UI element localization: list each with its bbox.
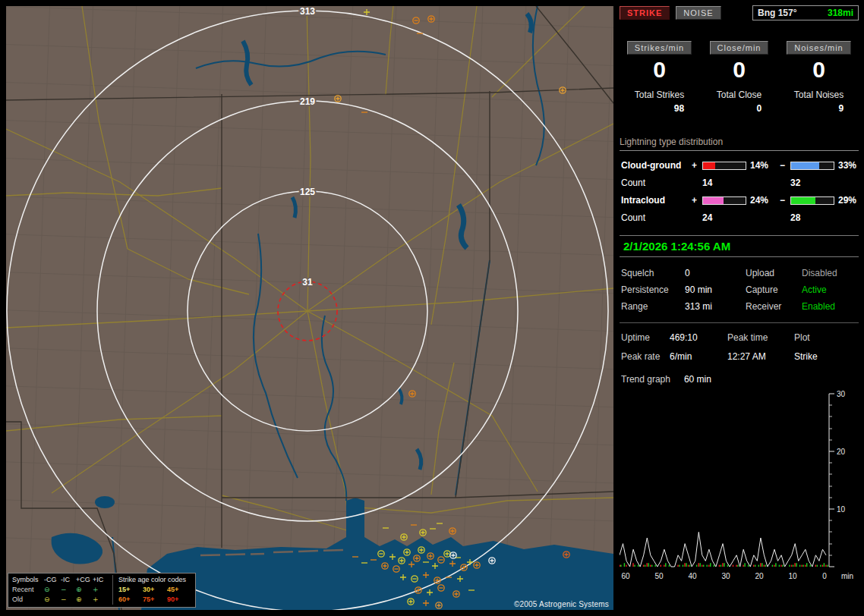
settings-section: Squelch 0 Upload Disabled Persistence 90… — [621, 268, 859, 312]
peak-time-value: 12:27 AM — [727, 351, 794, 362]
map-canvas: 313 219 125 31 — [6, 6, 613, 610]
legend-col-neg-cg: -CG — [44, 575, 61, 585]
circle-minus-icon: ⊖ — [44, 595, 61, 605]
peak-rate-label: Peak rate — [621, 351, 670, 362]
trend-graph-label: Trend graph — [621, 374, 670, 385]
section-divider — [620, 322, 859, 323]
control-panel: STRIKE NOISE Bng 157° 318mi Strikes/min … — [620, 5, 859, 613]
total-strikes-value: 98 — [674, 103, 684, 114]
age-code-30: 30+ — [143, 585, 167, 595]
xtick-0: 0 — [822, 572, 827, 580]
circle-plus-icon: ⊕ — [76, 585, 93, 595]
legend-age-header: Strike age color codes — [118, 575, 191, 585]
cg-positive-bar — [702, 162, 746, 170]
minus-sign: − — [780, 195, 790, 206]
cg-negative-count: 32 — [790, 178, 834, 188]
legend-col-pos-cg: +CG — [76, 575, 93, 585]
cg-negative-bar — [790, 162, 834, 170]
capture-label: Capture — [746, 284, 802, 295]
distribution-table: Cloud-ground + 14% − 33% Count 14 32 Int… — [621, 160, 859, 223]
top-toolbar: STRIKE NOISE Bng 157° 318mi — [620, 5, 859, 21]
bearing-value: Bng 157° — [758, 8, 796, 18]
peak-time-label: Peak time — [727, 332, 794, 343]
ic-negative-bar — [790, 196, 834, 205]
ring-label-219: 219 — [300, 96, 315, 107]
copyright-text: ©2005 Astrogenic Systems — [514, 600, 609, 608]
total-strikes-label: Total Strikes — [635, 90, 684, 100]
legend-recent-label: Recent — [12, 585, 44, 595]
total-noises-value: 9 — [839, 103, 844, 114]
age-code-60: 60+ — [118, 595, 143, 605]
legend-col-neg-ic: -IC — [61, 575, 76, 585]
ic-negative-pct: 29% — [834, 195, 860, 206]
circle-minus-icon: ⊖ — [44, 585, 61, 595]
noise-button[interactable]: NOISE — [676, 6, 721, 20]
strikes-per-min-button[interactable]: Strikes/min — [627, 41, 692, 55]
plot-mode-value: Strike — [794, 351, 859, 362]
trend-graph-header: Trend graph 60 min — [621, 374, 859, 385]
plus-icon: + — [93, 585, 106, 595]
ic-positive-bar — [702, 196, 746, 205]
persistence-value: 90 min — [685, 284, 746, 295]
trend-graph-window: 60 min — [684, 374, 711, 385]
range-label: Range — [621, 301, 685, 312]
trend-plot-series — [620, 532, 828, 567]
ic-positive-count: 24 — [702, 212, 746, 223]
close-per-min-value: 0 — [733, 55, 746, 85]
lightning-map[interactable]: 313 219 125 31 Symbols -CG -IC +CG +IC R… — [6, 6, 613, 610]
receiver-status: Enabled — [802, 301, 859, 312]
plus-sign: + — [692, 160, 702, 171]
trend-axis — [829, 394, 834, 567]
plus-icon: + — [93, 595, 106, 605]
upload-label: Upload — [746, 268, 802, 278]
ring-label-313: 313 — [300, 6, 315, 17]
cg-positive-pct: 14% — [746, 160, 780, 171]
age-code-75: 75+ — [143, 595, 167, 605]
xtick-10: 10 — [788, 572, 797, 580]
trend-y-labels: 30 20 10 — [837, 390, 846, 514]
trend-graph: 30 20 10 60 50 40 30 20 10 0 min — [620, 388, 859, 583]
persistence-label: Persistence — [621, 284, 685, 295]
total-close-label: Total Close — [717, 90, 762, 100]
legend-old-label: Old — [12, 595, 44, 605]
range-value: 313 mi — [685, 301, 746, 312]
minus-icon: − — [61, 595, 76, 605]
squelch-label: Squelch — [621, 268, 685, 278]
legend-symbols-table: Symbols -CG -IC +CG +IC Recent ⊖ − ⊕ + O… — [12, 575, 106, 605]
circle-plus-icon: ⊕ — [76, 595, 93, 605]
age-code-90: 90+ — [167, 595, 191, 605]
cloud-ground-label: Cloud-ground — [621, 160, 692, 171]
receiver-label: Receiver — [746, 301, 802, 312]
capture-status: Active — [802, 284, 859, 295]
legend-age-table: Strike age color codes 15+ 30+ 45+ 60+ 7… — [112, 575, 191, 605]
x-unit-label: min — [841, 572, 853, 580]
map-legend: Symbols -CG -IC +CG +IC Recent ⊖ − ⊕ + O… — [8, 573, 196, 608]
noises-rate-column: Noises/min 0 Total Noises 9 — [779, 41, 859, 114]
age-code-45: 45+ — [167, 585, 191, 595]
cg-negative-pct: 33% — [834, 160, 860, 171]
plus-sign: + — [692, 195, 702, 206]
upload-status: Disabled — [802, 268, 859, 278]
ytick-20: 20 — [837, 448, 846, 456]
ic-negative-count: 28 — [790, 212, 834, 223]
age-code-15: 15+ — [118, 585, 143, 595]
stormvue-app: 313 219 125 31 Symbols -CG -IC +CG +IC R… — [0, 0, 864, 616]
legend-symbols-header: Symbols — [12, 575, 44, 585]
ytick-30: 30 — [837, 390, 846, 398]
noises-per-min-button[interactable]: Noises/min — [787, 41, 850, 55]
bearing-distance: 318mi — [828, 8, 853, 18]
xtick-50: 50 — [654, 572, 664, 580]
xtick-30: 30 — [721, 572, 730, 580]
cg-positive-count: 14 — [702, 178, 746, 188]
minus-sign: − — [780, 160, 790, 171]
strike-button[interactable]: STRIKE — [620, 6, 670, 20]
minus-icon: − — [61, 585, 76, 595]
cg-count-label: Count — [621, 178, 692, 188]
rates-section: Strikes/min 0 Total Strikes 98 Close/min… — [620, 41, 859, 114]
ring-label-125: 125 — [300, 187, 315, 197]
ic-positive-pct: 24% — [746, 195, 780, 206]
close-rate-column: Close/min 0 Total Close 0 — [699, 41, 779, 114]
close-per-min-button[interactable]: Close/min — [710, 41, 769, 55]
xtick-40: 40 — [688, 572, 697, 580]
total-noises-label: Total Noises — [794, 90, 844, 100]
